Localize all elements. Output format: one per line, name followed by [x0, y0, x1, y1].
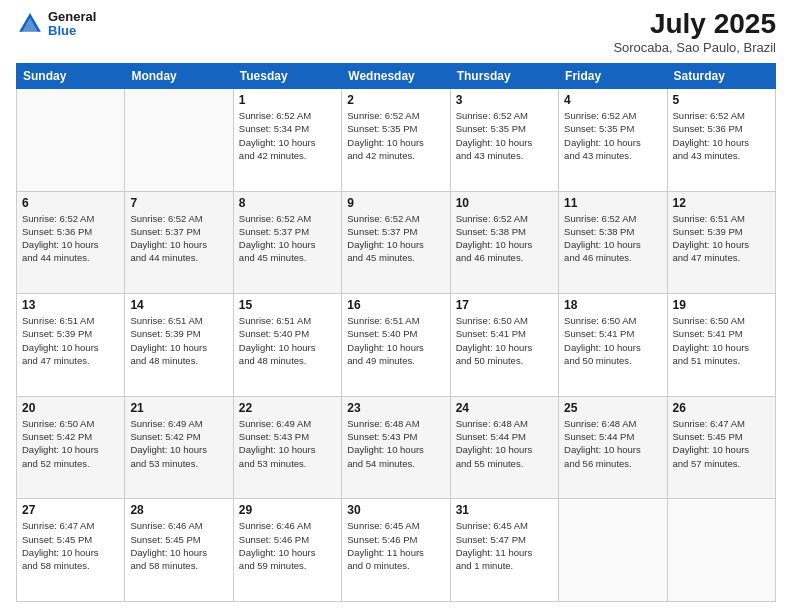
table-row: 12Sunrise: 6:51 AMSunset: 5:39 PMDayligh…	[667, 191, 775, 294]
day-number: 23	[347, 401, 444, 415]
day-number: 7	[130, 196, 227, 210]
day-info: Sunrise: 6:52 AMSunset: 5:38 PMDaylight:…	[456, 212, 553, 265]
day-info: Sunrise: 6:51 AMSunset: 5:40 PMDaylight:…	[239, 314, 336, 367]
calendar-week-row: 1Sunrise: 6:52 AMSunset: 5:34 PMDaylight…	[17, 89, 776, 192]
day-info: Sunrise: 6:48 AMSunset: 5:44 PMDaylight:…	[564, 417, 661, 470]
day-number: 17	[456, 298, 553, 312]
day-number: 14	[130, 298, 227, 312]
header-sunday: Sunday	[17, 64, 125, 89]
table-row: 9Sunrise: 6:52 AMSunset: 5:37 PMDaylight…	[342, 191, 450, 294]
logo-blue: Blue	[48, 24, 96, 38]
day-info: Sunrise: 6:50 AMSunset: 5:41 PMDaylight:…	[456, 314, 553, 367]
header-monday: Monday	[125, 64, 233, 89]
table-row: 10Sunrise: 6:52 AMSunset: 5:38 PMDayligh…	[450, 191, 558, 294]
day-info: Sunrise: 6:52 AMSunset: 5:37 PMDaylight:…	[347, 212, 444, 265]
table-row: 28Sunrise: 6:46 AMSunset: 5:45 PMDayligh…	[125, 499, 233, 602]
day-info: Sunrise: 6:52 AMSunset: 5:35 PMDaylight:…	[564, 109, 661, 162]
table-row: 20Sunrise: 6:50 AMSunset: 5:42 PMDayligh…	[17, 396, 125, 499]
day-number: 11	[564, 196, 661, 210]
calendar-week-row: 13Sunrise: 6:51 AMSunset: 5:39 PMDayligh…	[17, 294, 776, 397]
table-row: 5Sunrise: 6:52 AMSunset: 5:36 PMDaylight…	[667, 89, 775, 192]
day-info: Sunrise: 6:45 AMSunset: 5:47 PMDaylight:…	[456, 519, 553, 572]
table-row: 16Sunrise: 6:51 AMSunset: 5:40 PMDayligh…	[342, 294, 450, 397]
table-row: 22Sunrise: 6:49 AMSunset: 5:43 PMDayligh…	[233, 396, 341, 499]
day-number: 29	[239, 503, 336, 517]
table-row: 23Sunrise: 6:48 AMSunset: 5:43 PMDayligh…	[342, 396, 450, 499]
day-number: 4	[564, 93, 661, 107]
day-number: 27	[22, 503, 119, 517]
header-saturday: Saturday	[667, 64, 775, 89]
day-number: 19	[673, 298, 770, 312]
table-row: 15Sunrise: 6:51 AMSunset: 5:40 PMDayligh…	[233, 294, 341, 397]
day-number: 26	[673, 401, 770, 415]
table-row: 27Sunrise: 6:47 AMSunset: 5:45 PMDayligh…	[17, 499, 125, 602]
day-info: Sunrise: 6:49 AMSunset: 5:43 PMDaylight:…	[239, 417, 336, 470]
table-row	[559, 499, 667, 602]
logo-icon	[16, 10, 44, 38]
table-row: 11Sunrise: 6:52 AMSunset: 5:38 PMDayligh…	[559, 191, 667, 294]
day-info: Sunrise: 6:52 AMSunset: 5:35 PMDaylight:…	[456, 109, 553, 162]
day-number: 5	[673, 93, 770, 107]
day-number: 2	[347, 93, 444, 107]
day-info: Sunrise: 6:52 AMSunset: 5:37 PMDaylight:…	[130, 212, 227, 265]
day-info: Sunrise: 6:52 AMSunset: 5:34 PMDaylight:…	[239, 109, 336, 162]
day-info: Sunrise: 6:51 AMSunset: 5:40 PMDaylight:…	[347, 314, 444, 367]
day-info: Sunrise: 6:47 AMSunset: 5:45 PMDaylight:…	[22, 519, 119, 572]
day-info: Sunrise: 6:46 AMSunset: 5:46 PMDaylight:…	[239, 519, 336, 572]
day-number: 8	[239, 196, 336, 210]
day-info: Sunrise: 6:52 AMSunset: 5:38 PMDaylight:…	[564, 212, 661, 265]
header-thursday: Thursday	[450, 64, 558, 89]
day-number: 20	[22, 401, 119, 415]
day-number: 1	[239, 93, 336, 107]
calendar: Sunday Monday Tuesday Wednesday Thursday…	[16, 63, 776, 602]
day-number: 13	[22, 298, 119, 312]
table-row	[667, 499, 775, 602]
table-row: 30Sunrise: 6:45 AMSunset: 5:46 PMDayligh…	[342, 499, 450, 602]
day-info: Sunrise: 6:52 AMSunset: 5:36 PMDaylight:…	[22, 212, 119, 265]
table-row	[125, 89, 233, 192]
location: Sorocaba, Sao Paulo, Brazil	[613, 40, 776, 55]
table-row: 4Sunrise: 6:52 AMSunset: 5:35 PMDaylight…	[559, 89, 667, 192]
day-number: 9	[347, 196, 444, 210]
table-row: 21Sunrise: 6:49 AMSunset: 5:42 PMDayligh…	[125, 396, 233, 499]
day-number: 30	[347, 503, 444, 517]
table-row: 26Sunrise: 6:47 AMSunset: 5:45 PMDayligh…	[667, 396, 775, 499]
logo-text: General Blue	[48, 10, 96, 39]
table-row: 14Sunrise: 6:51 AMSunset: 5:39 PMDayligh…	[125, 294, 233, 397]
day-number: 3	[456, 93, 553, 107]
day-info: Sunrise: 6:52 AMSunset: 5:36 PMDaylight:…	[673, 109, 770, 162]
day-number: 28	[130, 503, 227, 517]
table-row: 18Sunrise: 6:50 AMSunset: 5:41 PMDayligh…	[559, 294, 667, 397]
header-wednesday: Wednesday	[342, 64, 450, 89]
day-info: Sunrise: 6:51 AMSunset: 5:39 PMDaylight:…	[130, 314, 227, 367]
table-row: 8Sunrise: 6:52 AMSunset: 5:37 PMDaylight…	[233, 191, 341, 294]
day-number: 12	[673, 196, 770, 210]
header-tuesday: Tuesday	[233, 64, 341, 89]
day-number: 31	[456, 503, 553, 517]
table-row: 7Sunrise: 6:52 AMSunset: 5:37 PMDaylight…	[125, 191, 233, 294]
day-number: 16	[347, 298, 444, 312]
calendar-week-row: 6Sunrise: 6:52 AMSunset: 5:36 PMDaylight…	[17, 191, 776, 294]
calendar-week-row: 27Sunrise: 6:47 AMSunset: 5:45 PMDayligh…	[17, 499, 776, 602]
day-number: 22	[239, 401, 336, 415]
day-info: Sunrise: 6:52 AMSunset: 5:37 PMDaylight:…	[239, 212, 336, 265]
day-info: Sunrise: 6:45 AMSunset: 5:46 PMDaylight:…	[347, 519, 444, 572]
table-row: 13Sunrise: 6:51 AMSunset: 5:39 PMDayligh…	[17, 294, 125, 397]
day-info: Sunrise: 6:50 AMSunset: 5:42 PMDaylight:…	[22, 417, 119, 470]
table-row: 31Sunrise: 6:45 AMSunset: 5:47 PMDayligh…	[450, 499, 558, 602]
weekday-header-row: Sunday Monday Tuesday Wednesday Thursday…	[17, 64, 776, 89]
header-friday: Friday	[559, 64, 667, 89]
table-row: 25Sunrise: 6:48 AMSunset: 5:44 PMDayligh…	[559, 396, 667, 499]
table-row: 17Sunrise: 6:50 AMSunset: 5:41 PMDayligh…	[450, 294, 558, 397]
table-row: 19Sunrise: 6:50 AMSunset: 5:41 PMDayligh…	[667, 294, 775, 397]
day-number: 24	[456, 401, 553, 415]
page: General Blue July 2025 Sorocaba, Sao Pau…	[0, 0, 792, 612]
day-info: Sunrise: 6:51 AMSunset: 5:39 PMDaylight:…	[673, 212, 770, 265]
table-row: 29Sunrise: 6:46 AMSunset: 5:46 PMDayligh…	[233, 499, 341, 602]
header: General Blue July 2025 Sorocaba, Sao Pau…	[16, 10, 776, 55]
table-row	[17, 89, 125, 192]
day-info: Sunrise: 6:46 AMSunset: 5:45 PMDaylight:…	[130, 519, 227, 572]
day-number: 21	[130, 401, 227, 415]
day-info: Sunrise: 6:52 AMSunset: 5:35 PMDaylight:…	[347, 109, 444, 162]
day-info: Sunrise: 6:50 AMSunset: 5:41 PMDaylight:…	[673, 314, 770, 367]
